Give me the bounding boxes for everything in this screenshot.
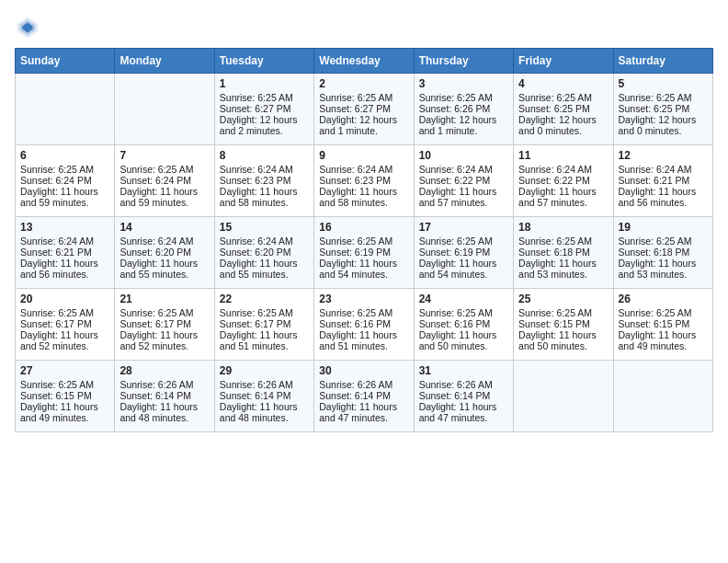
calendar-cell: 10Sunrise: 6:24 AMSunset: 6:22 PMDayligh… xyxy=(414,145,513,217)
day-info-line: Sunset: 6:25 PM xyxy=(518,103,608,114)
cell-content: 9Sunrise: 6:24 AMSunset: 6:23 PMDaylight… xyxy=(319,149,408,208)
day-info-line: Sunset: 6:17 PM xyxy=(220,318,309,329)
day-info-line: Sunset: 6:22 PM xyxy=(419,175,508,186)
day-info-line: and 55 minutes. xyxy=(220,269,309,280)
calendar-cell: 25Sunrise: 6:25 AMSunset: 6:15 PMDayligh… xyxy=(514,289,613,361)
day-info-line: and 52 minutes. xyxy=(119,340,209,351)
calendar-cell: 1Sunrise: 6:25 AMSunset: 6:27 PMDaylight… xyxy=(214,74,313,145)
cell-content: 27Sunrise: 6:25 AMSunset: 6:15 PMDayligh… xyxy=(20,364,109,423)
calendar-cell: 20Sunrise: 6:25 AMSunset: 6:17 PMDayligh… xyxy=(16,289,115,361)
day-info-line: Sunset: 6:16 PM xyxy=(419,318,508,329)
day-number: 11 xyxy=(518,149,608,162)
day-info-line: Sunset: 6:22 PM xyxy=(518,175,608,186)
cell-content: 19Sunrise: 6:25 AMSunset: 6:18 PMDayligh… xyxy=(619,221,708,280)
day-info-line: Daylight: 12 hours xyxy=(419,114,508,125)
day-info-line: Sunrise: 6:24 AM xyxy=(119,236,209,247)
calendar-cell xyxy=(613,361,712,432)
day-number: 31 xyxy=(419,364,508,377)
calendar-header: SundayMondayTuesdayWednesdayThursdayFrid… xyxy=(16,49,713,74)
calendar-cell: 18Sunrise: 6:25 AMSunset: 6:18 PMDayligh… xyxy=(514,217,613,289)
day-info-line: Sunset: 6:14 PM xyxy=(220,390,309,401)
day-info-line: Sunset: 6:14 PM xyxy=(419,390,508,401)
day-info-line: Sunset: 6:15 PM xyxy=(619,318,708,329)
day-info-line: Sunrise: 6:24 AM xyxy=(419,164,508,175)
day-info-line: and 48 minutes. xyxy=(220,412,309,423)
day-info-line: Sunrise: 6:25 AM xyxy=(20,164,109,175)
day-info-line: and 50 minutes. xyxy=(518,340,608,351)
calendar-body: 1Sunrise: 6:25 AMSunset: 6:27 PMDaylight… xyxy=(16,74,713,432)
day-info-line: and 49 minutes. xyxy=(20,412,109,423)
day-info-line: Sunrise: 6:25 AM xyxy=(419,92,508,103)
header-day: Monday xyxy=(115,49,214,74)
calendar-cell: 14Sunrise: 6:24 AMSunset: 6:20 PMDayligh… xyxy=(115,217,214,289)
day-number: 1 xyxy=(220,77,309,90)
cell-content: 11Sunrise: 6:24 AMSunset: 6:22 PMDayligh… xyxy=(518,149,608,208)
day-info-line: and 59 minutes. xyxy=(119,197,209,208)
day-info-line: Daylight: 11 hours xyxy=(319,329,408,340)
cell-content: 16Sunrise: 6:25 AMSunset: 6:19 PMDayligh… xyxy=(319,221,408,280)
cell-content: 13Sunrise: 6:24 AMSunset: 6:21 PMDayligh… xyxy=(20,221,109,280)
calendar-cell: 7Sunrise: 6:25 AMSunset: 6:24 PMDaylight… xyxy=(115,145,214,217)
day-info-line: Sunrise: 6:24 AM xyxy=(319,164,408,175)
day-info-line: Daylight: 12 hours xyxy=(518,114,608,125)
header-day: Thursday xyxy=(414,49,513,74)
day-info-line: and 53 minutes. xyxy=(518,269,608,280)
day-info-line: Daylight: 11 hours xyxy=(20,258,109,269)
day-info-line: Daylight: 11 hours xyxy=(419,258,508,269)
day-info-line: and 56 minutes. xyxy=(619,197,708,208)
day-info-line: Daylight: 11 hours xyxy=(220,186,309,197)
day-number: 12 xyxy=(619,149,708,162)
cell-content: 18Sunrise: 6:25 AMSunset: 6:18 PMDayligh… xyxy=(518,221,608,280)
calendar-cell: 22Sunrise: 6:25 AMSunset: 6:17 PMDayligh… xyxy=(214,289,313,361)
day-info-line: Sunset: 6:23 PM xyxy=(220,175,309,186)
day-info-line: Sunset: 6:15 PM xyxy=(20,390,109,401)
day-info-line: and 51 minutes. xyxy=(220,340,309,351)
cell-content: 22Sunrise: 6:25 AMSunset: 6:17 PMDayligh… xyxy=(220,293,309,351)
day-number: 3 xyxy=(419,77,508,90)
day-info-line: Sunrise: 6:24 AM xyxy=(619,164,708,175)
calendar-cell: 16Sunrise: 6:25 AMSunset: 6:19 PMDayligh… xyxy=(314,217,414,289)
day-info-line: and 56 minutes. xyxy=(20,269,109,280)
day-info-line: Daylight: 12 hours xyxy=(319,114,408,125)
calendar-week-row: 1Sunrise: 6:25 AMSunset: 6:27 PMDaylight… xyxy=(16,74,713,145)
day-number: 4 xyxy=(518,77,608,90)
day-info-line: Sunrise: 6:25 AM xyxy=(119,164,209,175)
day-number: 6 xyxy=(20,149,109,162)
day-number: 7 xyxy=(119,149,209,162)
day-info-line: Sunrise: 6:26 AM xyxy=(419,379,508,390)
day-info-line: Daylight: 11 hours xyxy=(119,401,209,412)
day-info-line: Sunset: 6:24 PM xyxy=(20,175,109,186)
cell-content: 31Sunrise: 6:26 AMSunset: 6:14 PMDayligh… xyxy=(419,364,508,423)
day-info-line: Sunrise: 6:26 AM xyxy=(319,379,408,390)
day-number: 8 xyxy=(220,149,309,162)
day-info-line: Daylight: 11 hours xyxy=(619,329,708,340)
day-number: 26 xyxy=(619,293,708,305)
day-info-line: Sunrise: 6:25 AM xyxy=(419,307,508,318)
cell-content: 17Sunrise: 6:25 AMSunset: 6:19 PMDayligh… xyxy=(419,221,508,280)
day-info-line: Sunset: 6:26 PM xyxy=(419,103,508,114)
cell-content: 1Sunrise: 6:25 AMSunset: 6:27 PMDaylight… xyxy=(220,77,309,136)
day-number: 16 xyxy=(319,221,408,234)
calendar-week-row: 13Sunrise: 6:24 AMSunset: 6:21 PMDayligh… xyxy=(16,217,713,289)
calendar-week-row: 20Sunrise: 6:25 AMSunset: 6:17 PMDayligh… xyxy=(16,289,713,361)
day-info-line: and 57 minutes. xyxy=(419,197,508,208)
day-info-line: Sunset: 6:19 PM xyxy=(319,247,408,258)
calendar-cell: 17Sunrise: 6:25 AMSunset: 6:19 PMDayligh… xyxy=(414,217,513,289)
calendar-cell: 19Sunrise: 6:25 AMSunset: 6:18 PMDayligh… xyxy=(613,217,712,289)
day-info-line: Sunset: 6:17 PM xyxy=(119,318,209,329)
day-info-line: Sunset: 6:20 PM xyxy=(119,247,209,258)
calendar-cell: 11Sunrise: 6:24 AMSunset: 6:22 PMDayligh… xyxy=(514,145,613,217)
day-number: 2 xyxy=(319,77,408,90)
day-info-line: Sunset: 6:27 PM xyxy=(220,103,309,114)
day-number: 29 xyxy=(220,364,309,377)
day-info-line: Sunset: 6:14 PM xyxy=(319,390,408,401)
cell-content: 28Sunrise: 6:26 AMSunset: 6:14 PMDayligh… xyxy=(119,364,209,423)
day-info-line: and 1 minute. xyxy=(419,125,508,136)
day-info-line: Daylight: 11 hours xyxy=(518,329,608,340)
day-info-line: Sunrise: 6:25 AM xyxy=(419,236,508,247)
day-info-line: Sunrise: 6:25 AM xyxy=(518,236,608,247)
day-info-line: Daylight: 11 hours xyxy=(119,329,209,340)
day-info-line: Sunrise: 6:25 AM xyxy=(20,379,109,390)
day-number: 14 xyxy=(119,221,209,234)
page-header xyxy=(15,15,713,40)
